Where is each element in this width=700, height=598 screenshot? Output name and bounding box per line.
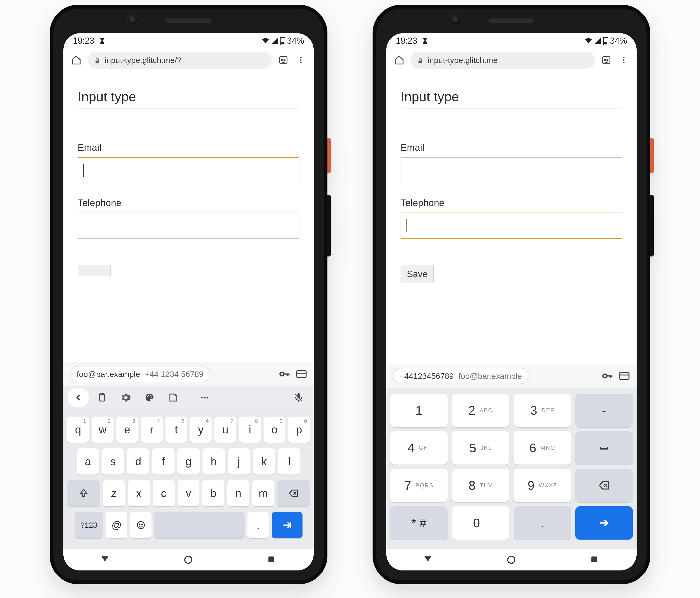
key-h[interactable]: h xyxy=(203,448,225,474)
numkey-8[interactable]: 8TUV xyxy=(452,469,509,502)
key-r[interactable]: 4r xyxy=(141,417,162,443)
nav-home-icon[interactable] xyxy=(506,554,517,566)
key-v[interactable]: v xyxy=(178,480,200,506)
key-j[interactable]: j xyxy=(228,448,250,474)
tel-field[interactable] xyxy=(78,213,299,239)
at-key[interactable]: @ xyxy=(106,512,127,538)
emoji-key[interactable] xyxy=(130,512,151,538)
shift-key[interactable] xyxy=(67,480,100,506)
numkey-bsp[interactable] xyxy=(575,469,633,502)
omnibox[interactable]: input-type.glitch.me/? xyxy=(88,52,272,69)
kb-back-button[interactable] xyxy=(68,388,89,407)
tab-switcher-icon[interactable] xyxy=(277,54,290,66)
nav-back-icon[interactable] xyxy=(423,554,433,566)
nav-back-icon[interactable] xyxy=(100,554,111,566)
gear-icon[interactable] xyxy=(115,388,136,407)
power-button[interactable] xyxy=(327,138,331,173)
save-button[interactable]: Save xyxy=(401,265,434,283)
numkey-4[interactable]: 4GHI xyxy=(390,431,448,465)
svg-rect-30 xyxy=(604,42,607,44)
key-t[interactable]: 5t xyxy=(166,417,187,443)
numkey-1[interactable]: 1 xyxy=(390,394,448,427)
go-key[interactable] xyxy=(272,512,302,538)
numkey-3[interactable]: 3DEF xyxy=(514,394,571,427)
numkey-9[interactable]: 9WXYZ xyxy=(514,469,571,502)
email-field[interactable] xyxy=(401,157,622,183)
key-c[interactable]: c xyxy=(153,480,175,506)
volume-button[interactable] xyxy=(650,195,654,256)
key-e[interactable]: 3e xyxy=(116,417,138,443)
svg-point-17 xyxy=(151,397,152,398)
numkey-[interactable]: - xyxy=(575,394,633,427)
numkey-5[interactable]: 5JKL xyxy=(452,431,509,465)
numkey-space[interactable] xyxy=(575,431,633,465)
clipboard-icon[interactable] xyxy=(92,388,113,407)
key-g[interactable]: g xyxy=(177,448,200,474)
backspace-key[interactable] xyxy=(277,480,310,506)
home-icon[interactable] xyxy=(393,54,405,66)
key-i[interactable]: 8i xyxy=(239,417,261,443)
power-button[interactable] xyxy=(650,138,654,173)
email-field[interactable] xyxy=(78,157,299,183)
lock-icon xyxy=(417,57,424,64)
key-f[interactable]: f xyxy=(152,448,175,474)
volume-button[interactable] xyxy=(327,195,331,256)
autofill-chip[interactable]: +44123456789 foo@bar.example xyxy=(393,368,529,384)
status-time: 19:23 xyxy=(73,36,94,46)
key-b[interactable]: b xyxy=(202,480,224,506)
key-y[interactable]: 6y xyxy=(190,417,211,443)
tel-field[interactable] xyxy=(401,213,622,239)
key-u[interactable]: 7u xyxy=(215,417,236,443)
numkey-0[interactable]: 0+ xyxy=(452,506,509,540)
card-icon[interactable] xyxy=(296,368,307,380)
numkey-go[interactable] xyxy=(575,506,633,540)
key-m[interactable]: m xyxy=(252,480,274,506)
kebab-menu-icon[interactable] xyxy=(295,54,307,66)
omnibox[interactable]: input-type.glitch.me xyxy=(410,52,595,69)
tab-switcher-icon[interactable] xyxy=(600,54,612,66)
key-d[interactable]: d xyxy=(127,448,149,474)
sticker-icon[interactable] xyxy=(162,388,184,407)
home-icon[interactable] xyxy=(70,54,82,66)
key-icon[interactable] xyxy=(278,368,290,380)
key-p[interactable]: 0p xyxy=(288,417,310,443)
save-button[interactable]: Save xyxy=(78,265,111,276)
card-icon[interactable] xyxy=(619,370,630,382)
more-icon[interactable] xyxy=(194,388,215,407)
symbols-key[interactable]: ?123 xyxy=(75,512,103,538)
key-o[interactable]: 9o xyxy=(264,417,285,443)
tel-label: Telephone xyxy=(401,198,622,208)
mic-off-icon[interactable] xyxy=(288,388,309,407)
nav-home-icon[interactable] xyxy=(183,554,194,566)
key-n[interactable]: n xyxy=(227,480,249,506)
key-w[interactable]: 2w xyxy=(92,417,113,443)
nav-recents-icon[interactable] xyxy=(589,554,600,566)
qwerty-keyboard: 1q2w3e4r5t6y7u8i9o0p asdfghjkl zxcvbnm ?… xyxy=(64,409,314,549)
key-s[interactable]: s xyxy=(102,448,124,474)
numkey-[interactable]: . xyxy=(514,506,571,540)
space-key[interactable] xyxy=(154,512,245,538)
key-z[interactable]: z xyxy=(103,480,125,506)
period-key[interactable]: . xyxy=(247,512,269,538)
key-q[interactable]: 1q xyxy=(67,417,89,443)
svg-point-25 xyxy=(142,524,142,525)
svg-point-20 xyxy=(206,397,208,398)
key-k[interactable]: k xyxy=(253,448,275,474)
key-icon[interactable] xyxy=(601,370,613,382)
status-time: 19:23 xyxy=(396,36,417,46)
key-l[interactable]: l xyxy=(278,448,300,474)
palette-icon[interactable] xyxy=(139,388,160,407)
key-a[interactable]: a xyxy=(77,448,99,474)
nav-recents-icon[interactable] xyxy=(267,554,277,566)
svg-point-33 xyxy=(607,59,608,61)
numkey-7[interactable]: 7PQRS xyxy=(390,469,448,502)
phone-left: 19:23 34% xyxy=(50,5,327,584)
numkey-6[interactable]: 6MNO xyxy=(514,431,571,465)
numkey-[interactable]: * # xyxy=(390,506,448,540)
numkey-2[interactable]: 2ABC xyxy=(452,394,509,427)
speaker-grille xyxy=(166,19,211,23)
key-x[interactable]: x xyxy=(128,480,150,506)
autofill-chip[interactable]: foo@bar.example +44 1234 56789 xyxy=(70,366,210,382)
kebab-menu-icon[interactable] xyxy=(618,54,630,66)
hourglass-icon xyxy=(422,37,429,44)
